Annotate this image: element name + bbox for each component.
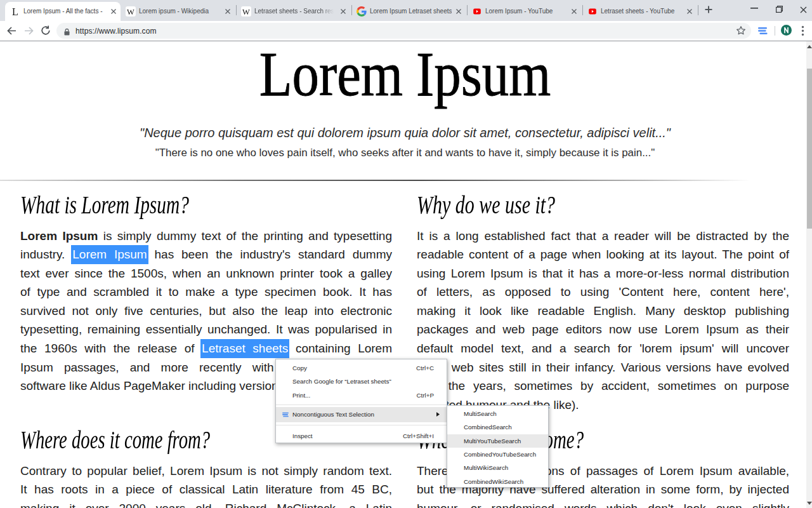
svg-text:W: W bbox=[242, 8, 250, 17]
svg-text:W: W bbox=[127, 8, 134, 17]
svg-text:L: L bbox=[12, 6, 18, 17]
